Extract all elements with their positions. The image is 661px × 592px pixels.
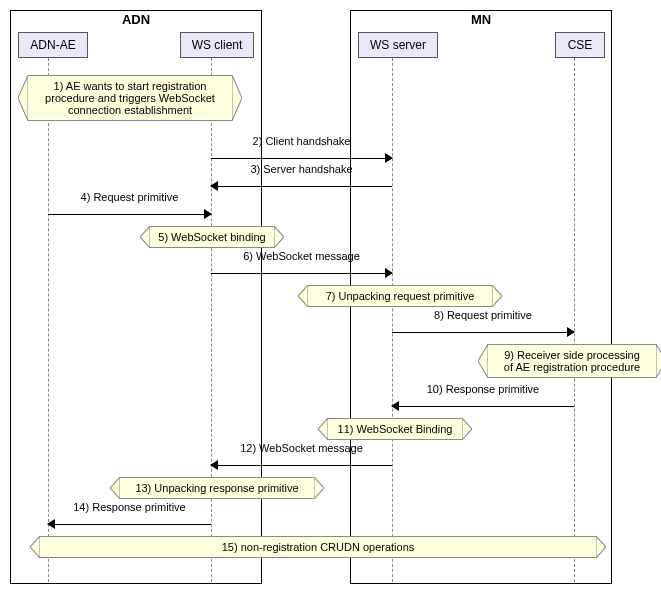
participant-ws-client: WS client <box>180 32 254 58</box>
note-11-text: 11) WebSocket Binding <box>338 423 453 435</box>
svg-marker-9 <box>462 418 472 440</box>
message-8-label: 8) Request primitive <box>392 309 574 321</box>
message-6: 6) WebSocket message <box>211 265 392 281</box>
svg-marker-6 <box>478 344 488 378</box>
note-7-text: 7) Unpacking request primitive <box>326 290 475 302</box>
note-7: 7) Unpacking request primitive <box>308 285 492 307</box>
note-9-text: 9) Receiver side processing of AE regist… <box>504 349 640 373</box>
participant-cse: CSE <box>555 32 605 58</box>
note-5-text: 5) WebSocket binding <box>158 231 265 243</box>
svg-marker-3 <box>274 226 284 248</box>
participant-ws-server: WS server <box>358 32 438 58</box>
svg-marker-2 <box>140 226 150 248</box>
group-mn-title: MN <box>467 10 495 29</box>
group-adn-title: ADN <box>118 10 154 29</box>
svg-marker-10 <box>110 477 120 499</box>
message-10: 10) Response primitive <box>392 398 574 414</box>
message-6-label: 6) WebSocket message <box>211 250 392 262</box>
message-12: 12) WebSocket message <box>211 457 392 473</box>
participant-adn-ae: ADN-AE <box>18 32 88 58</box>
svg-marker-8 <box>318 418 328 440</box>
note-9: 9) Receiver side processing of AE regist… <box>488 344 656 378</box>
svg-marker-11 <box>314 477 324 499</box>
note-1-text: 1) AE wants to start registration proced… <box>45 80 215 116</box>
message-12-label: 12) WebSocket message <box>211 442 392 454</box>
svg-marker-1 <box>232 75 242 121</box>
svg-marker-7 <box>656 344 661 378</box>
message-8: 8) Request primitive <box>392 324 574 340</box>
message-3: 3) Server handshake <box>211 178 392 194</box>
note-15-text: 15) non-registration CRUDN operations <box>222 541 415 553</box>
note-13-text: 13) Unpacking response primitive <box>135 482 298 494</box>
svg-marker-12 <box>30 536 40 558</box>
message-14-label: 14) Response primitive <box>48 501 211 513</box>
message-14: 14) Response primitive <box>48 516 211 532</box>
message-4-label: 4) Request primitive <box>48 191 211 203</box>
note-5: 5) WebSocket binding <box>150 226 274 248</box>
note-15: 15) non-registration CRUDN operations <box>40 536 596 558</box>
svg-marker-0 <box>18 75 28 121</box>
svg-marker-4 <box>298 285 308 307</box>
note-11: 11) WebSocket Binding <box>328 418 462 440</box>
message-3-label: 3) Server handshake <box>211 163 392 175</box>
message-10-label: 10) Response primitive <box>392 383 574 395</box>
message-4: 4) Request primitive <box>48 206 211 222</box>
message-2-label: 2) Client handshake <box>211 135 392 147</box>
lifeline-cse <box>574 58 575 582</box>
sequence-diagram: ADN MN ADN-AE WS client WS server CSE 1)… <box>10 10 651 582</box>
note-13: 13) Unpacking response primitive <box>120 477 314 499</box>
note-1: 1) AE wants to start registration proced… <box>28 75 232 121</box>
svg-marker-13 <box>596 536 606 558</box>
svg-marker-5 <box>492 285 502 307</box>
